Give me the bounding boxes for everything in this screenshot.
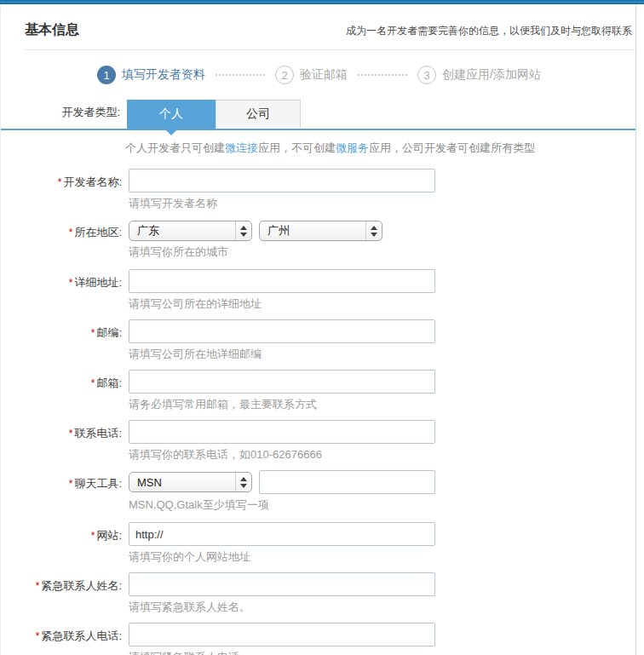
emergency-contact-phone-input[interactable] <box>129 623 435 646</box>
emergency-contact-name-input[interactable] <box>129 572 435 596</box>
field-hint: 请填写开发者名称 <box>129 197 435 210</box>
form-row-emergency-phone: *紧急联系人电话: 请填写紧急联系人电话。 <box>1 623 635 655</box>
developer-type-note: 个人开发者只可创建微连接应用，不可创建微服务应用，公司开发者可创建所有类型 <box>125 141 635 156</box>
step-2-label: 验证邮箱 <box>300 67 348 83</box>
tab-personal[interactable]: 个人 <box>127 100 216 129</box>
form-row-website: *网站: 请填写你的个人网站地址 <box>1 522 635 564</box>
field-label: *联系电话: <box>1 420 122 462</box>
field-hint: 请填写紧急联系人姓名。 <box>129 600 435 614</box>
field-hint: 请填写你的联系电话，如010-62676666 <box>129 448 435 462</box>
required-asterisk: * <box>36 580 40 592</box>
select-updown-icon <box>235 221 251 240</box>
page-title: 基本信息 <box>25 21 79 39</box>
note-text: 个人开发者只可创建 <box>125 141 225 154</box>
basic-info-panel: 基本信息 成为一名开发者需要完善你的信息，以便我们及时与您取得联系 1 填写开发… <box>0 4 636 655</box>
chat-account-input[interactable] <box>259 470 435 494</box>
field-hint: 请填写你所在的城市 <box>129 245 382 259</box>
field-hint: 请务必填写常用邮箱，最主要联系方式 <box>129 398 435 411</box>
form-row-address: *详细地址: 请填写公司所在的详细地址 <box>1 269 635 311</box>
form-row-chat-tool: *聊天工具: MSN MSN,QQ,Gtalk至少填写一项 <box>1 470 635 512</box>
chat-tool-selected-value: MSN <box>129 476 235 489</box>
field-hint: 请填写紧急联系人电话。 <box>129 651 435 655</box>
basic-info-form: *开发者名称: 请填写开发者名称 *所在地区: 广东 广州 <box>1 169 635 655</box>
field-label: *开发者名称: <box>1 169 122 210</box>
step-separator-dots <box>216 74 265 76</box>
field-label: *网站: <box>1 522 122 564</box>
form-row-region: *所在地区: 广东 广州 请填写你所在的城市 <box>1 219 635 259</box>
step-separator-dots <box>358 74 407 76</box>
field-label: *所在地区: <box>1 219 122 259</box>
developer-name-input[interactable] <box>129 169 435 192</box>
field-hint: MSN,QQ,Gtalk至少填写一项 <box>129 498 435 512</box>
city-select[interactable]: 广州 <box>259 221 382 241</box>
step-3-create-app: 3 创建应用/添加网站 <box>417 66 541 84</box>
step-2-verify-email: 2 验证邮箱 <box>275 66 348 84</box>
form-row-email: *邮箱: 请务必填写常用邮箱，最主要联系方式 <box>1 370 635 411</box>
field-label: *邮编: <box>1 319 122 361</box>
required-asterisk: * <box>69 227 73 238</box>
step-1-fill-profile: 1 填写开发者资料 <box>97 66 205 84</box>
step-2-number: 2 <box>275 66 294 84</box>
field-label: *邮箱: <box>1 370 122 411</box>
field-label: *聊天工具: <box>1 470 122 512</box>
select-updown-icon <box>235 473 251 491</box>
step-3-label: 创建应用/添加网站 <box>442 67 541 83</box>
city-selected-value: 广州 <box>260 223 365 238</box>
field-label: *详细地址: <box>1 269 122 311</box>
developer-type-tabs: 个人 公司 <box>127 100 301 129</box>
page-subtitle: 成为一名开发者需要完善你的信息，以便我们及时与您取得联系 <box>346 24 632 38</box>
page-header: 基本信息 成为一名开发者需要完善你的信息，以便我们及时与您取得联系 <box>1 4 635 39</box>
required-asterisk: * <box>91 327 95 339</box>
tab-company[interactable]: 公司 <box>216 100 301 128</box>
form-row-developer-name: *开发者名称: 请填写开发者名称 <box>1 169 635 210</box>
email-input[interactable] <box>129 370 435 394</box>
weifuwu-link[interactable]: 微服务 <box>336 141 369 154</box>
field-hint: 请填写公司所在的详细地址 <box>129 297 435 311</box>
chat-tool-select[interactable]: MSN <box>129 472 252 492</box>
required-asterisk: * <box>58 176 62 188</box>
required-asterisk: * <box>36 630 40 642</box>
postcode-input[interactable] <box>129 319 435 343</box>
note-text: 应用，公司开发者可创建所有类型 <box>369 141 535 154</box>
form-row-emergency-name: *紧急联系人姓名: 请填写紧急联系人姓名。 <box>1 572 635 614</box>
form-row-phone: *联系电话: 请填写你的联系电话，如010-62676666 <box>1 420 635 462</box>
step-3-number: 3 <box>417 66 436 84</box>
wizard-steps: 1 填写开发者资料 2 验证邮箱 3 创建应用/添加网站 <box>97 65 635 85</box>
field-hint: 请填写公司所在地详细邮编 <box>129 348 435 361</box>
required-asterisk: * <box>69 478 73 490</box>
form-row-postcode: *邮编: 请填写公司所在地详细邮编 <box>1 319 635 361</box>
required-asterisk: * <box>91 530 95 542</box>
field-hint: 请填写你的个人网站地址 <box>129 550 435 564</box>
province-select[interactable]: 广东 <box>129 221 252 241</box>
weilianjie-link[interactable]: 微连接 <box>225 141 258 154</box>
website-input[interactable] <box>129 522 435 546</box>
field-label: *紧急联系人电话: <box>1 623 122 655</box>
developer-type-band: 开发者类型: 个人 公司 <box>1 100 635 130</box>
developer-type-label: 开发者类型: <box>1 105 120 129</box>
required-asterisk: * <box>91 377 95 389</box>
province-selected-value: 广东 <box>129 223 235 238</box>
address-input[interactable] <box>129 269 435 293</box>
step-1-number: 1 <box>97 66 116 84</box>
required-asterisk: * <box>69 277 73 289</box>
note-text: 应用，不可创建 <box>258 141 336 154</box>
tab-company-label: 公司 <box>246 106 270 122</box>
select-updown-icon <box>365 221 382 240</box>
active-tab-arrow-icon <box>164 129 178 135</box>
phone-input[interactable] <box>129 420 435 444</box>
header-divider <box>25 49 635 50</box>
field-label: *紧急联系人姓名: <box>1 572 122 614</box>
tab-personal-label: 个人 <box>159 106 183 122</box>
step-1-label: 填写开发者资料 <box>122 67 205 83</box>
required-asterisk: * <box>69 428 73 440</box>
